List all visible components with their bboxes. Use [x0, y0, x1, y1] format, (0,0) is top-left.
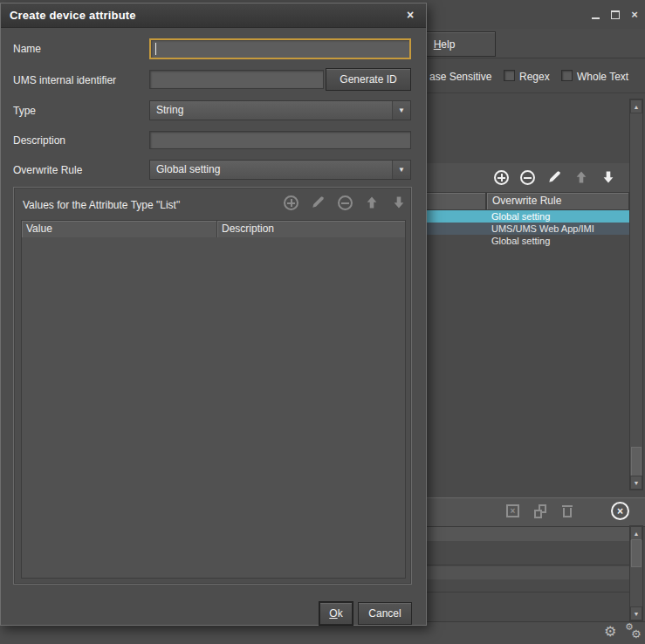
ums-id-label: UMS internal identifier: [13, 74, 116, 86]
move-down-icon[interactable]: [601, 170, 615, 184]
column-header-label: Overwrite Rule: [492, 195, 561, 207]
type-dropdown-value: String: [156, 101, 183, 120]
clear-selection-icon[interactable]: ×: [506, 504, 519, 517]
app-window: × Help ase Sensitive Regex Whole Text Ov…: [0, 0, 645, 644]
text-caret-icon: [155, 43, 156, 55]
chevron-down-icon[interactable]: ▼: [392, 101, 410, 120]
attribute-row-overwrite-rule: UMS/UMS Web App/IMI: [491, 223, 594, 235]
scroll-up-icon[interactable]: ▲: [630, 526, 642, 540]
lower-scrollbar[interactable]: ▲ ▼: [629, 525, 643, 621]
regex-label[interactable]: Regex: [519, 71, 550, 83]
window-controls: ×: [590, 9, 641, 21]
edit-value-icon[interactable]: [311, 195, 325, 209]
overwrite-rule-dropdown[interactable]: Global setting ▼: [149, 160, 411, 180]
overwrite-rule-label: Overwrite Rule: [13, 164, 82, 176]
scrollbar-thumb[interactable]: [631, 447, 642, 476]
move-up-icon[interactable]: [574, 170, 588, 184]
values-table-body: [22, 237, 405, 578]
generate-id-button[interactable]: Generate ID: [326, 68, 411, 91]
scroll-up-icon[interactable]: ▲: [630, 99, 642, 113]
column-header-value[interactable]: Value: [22, 221, 217, 237]
values-panel-title: Values for the Attribute Type "List": [23, 199, 180, 211]
scrollbar-thumb[interactable]: [631, 539, 642, 567]
name-label: Name: [13, 43, 41, 55]
type-label: Type: [13, 105, 36, 117]
add-attribute-icon[interactable]: [494, 170, 509, 185]
ok-button[interactable]: Ok: [319, 602, 353, 625]
create-device-attribute-dialog: Create device attribute × Name UMS inter…: [0, 3, 427, 626]
boxed-x-glyph: ×: [511, 506, 516, 516]
ums-id-input[interactable]: [149, 70, 324, 89]
remove-attribute-icon[interactable]: [520, 170, 535, 185]
minimize-icon[interactable]: [590, 9, 602, 21]
move-value-up-icon[interactable]: [365, 195, 379, 209]
case-sensitive-label[interactable]: ase Sensitive: [429, 71, 491, 83]
values-table-header: Value Description: [22, 221, 405, 238]
attribute-row-overwrite-rule: Global setting: [491, 210, 550, 223]
ok-button-label: Ok: [329, 607, 342, 620]
values-table: Value Description: [21, 220, 406, 579]
remove-value-icon[interactable]: [338, 195, 353, 210]
attribute-row-overwrite-rule: Global setting: [491, 235, 550, 247]
dialog-titlebar[interactable]: Create device attribute ×: [1, 3, 426, 28]
name-input[interactable]: [149, 38, 411, 59]
overwrite-rule-dropdown-value: Global setting: [156, 161, 220, 179]
cancel-button[interactable]: Cancel: [358, 602, 412, 625]
add-value-icon[interactable]: [284, 195, 298, 210]
circle-x-glyph: ×: [617, 505, 623, 517]
list-scrollbar[interactable]: ▲ ▼: [629, 99, 643, 490]
description-input[interactable]: [149, 131, 411, 149]
whole-text-label[interactable]: Whole Text: [577, 71, 628, 83]
delete-icon[interactable]: [561, 504, 573, 517]
scroll-down-icon[interactable]: ▼: [630, 606, 642, 620]
whole-text-checkbox[interactable]: [561, 70, 573, 81]
gear-icon: ⚙: [604, 625, 616, 639]
edit-attribute-icon[interactable]: [547, 170, 561, 184]
help-button-label: Help: [434, 38, 456, 51]
type-dropdown[interactable]: String ▼: [149, 100, 411, 120]
scroll-down-icon[interactable]: ▼: [630, 476, 642, 490]
generate-id-label: Generate ID: [340, 73, 396, 86]
maximize-icon[interactable]: [609, 9, 621, 21]
window-close-icon[interactable]: ×: [628, 9, 641, 21]
copy-icon[interactable]: [533, 504, 547, 518]
cancel-button-label: Cancel: [368, 607, 401, 620]
column-header-description[interactable]: Description: [217, 221, 405, 237]
regex-checkbox[interactable]: [504, 70, 515, 81]
column-header-overwrite-rule[interactable]: Overwrite Rule: [486, 192, 629, 210]
description-label: Description: [13, 134, 65, 147]
gear-small-icon: ⚙: [631, 628, 642, 640]
close-circle-icon[interactable]: ×: [611, 502, 629, 520]
chevron-down-icon[interactable]: ▼: [392, 161, 410, 179]
dialog-close-icon[interactable]: ×: [403, 8, 417, 22]
dialog-title: Create device attribute: [10, 9, 136, 22]
values-panel: Values for the Attribute Type "List" Val…: [13, 187, 412, 585]
move-value-down-icon[interactable]: [392, 195, 406, 209]
